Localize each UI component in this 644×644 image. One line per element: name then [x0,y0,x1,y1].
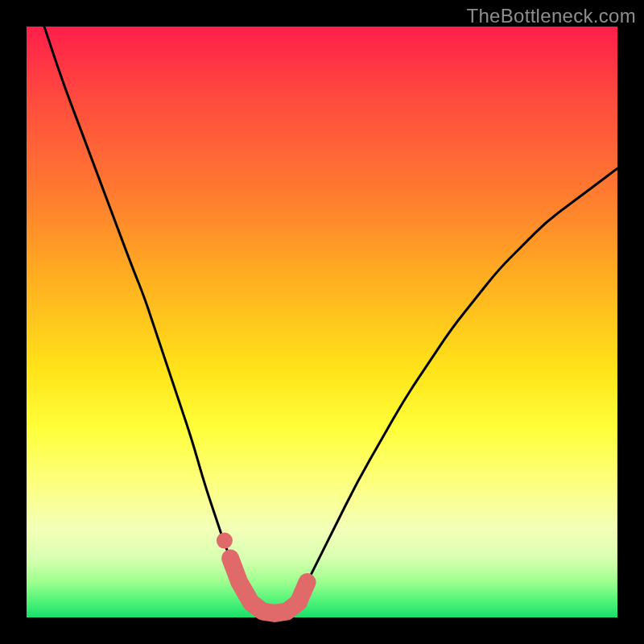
watermark-text: TheBottleneck.com [466,5,636,27]
bottleneck-curve [44,27,617,613]
trough-highlight [217,533,308,613]
trough-dot [217,533,233,549]
plot-area [27,27,617,617]
chart-frame: TheBottleneck.com [0,0,644,644]
trough-path [230,559,307,613]
curve-layer [27,27,617,617]
